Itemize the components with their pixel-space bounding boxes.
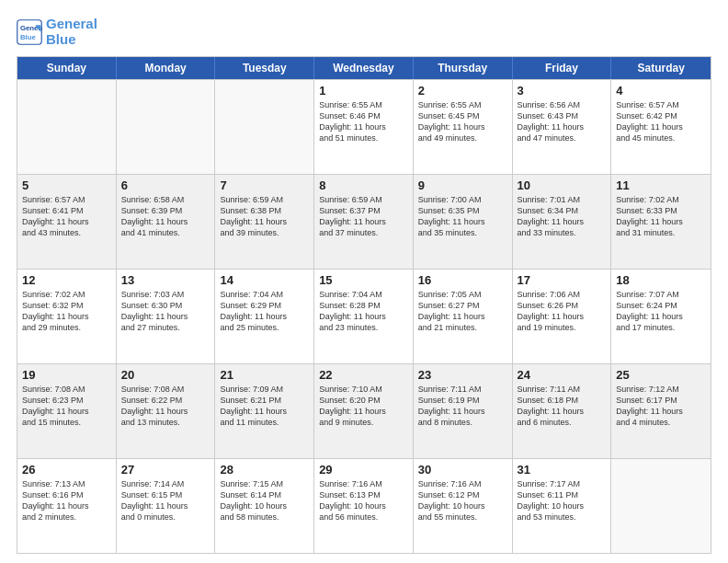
calendar-cell: 11Sunrise: 7:02 AM Sunset: 6:33 PM Dayli… — [611, 175, 711, 269]
cell-info: Sunrise: 7:16 AM Sunset: 6:13 PM Dayligh… — [319, 478, 408, 523]
calendar: SundayMondayTuesdayWednesdayThursdayFrid… — [17, 56, 711, 554]
calendar-cell: 23Sunrise: 7:11 AM Sunset: 6:19 PM Dayli… — [414, 364, 513, 458]
day-number: 16 — [418, 273, 507, 287]
calendar-cell: 10Sunrise: 7:01 AM Sunset: 6:34 PM Dayli… — [513, 175, 612, 269]
cell-info: Sunrise: 6:57 AM Sunset: 6:41 PM Dayligh… — [22, 194, 111, 239]
cell-info: Sunrise: 7:08 AM Sunset: 6:22 PM Dayligh… — [121, 384, 210, 429]
calendar-cell: 12Sunrise: 7:02 AM Sunset: 6:32 PM Dayli… — [17, 270, 117, 363]
calendar-cell: 24Sunrise: 7:11 AM Sunset: 6:18 PM Dayli… — [513, 364, 612, 458]
day-number: 25 — [616, 368, 706, 382]
day-number: 3 — [518, 84, 607, 98]
day-number: 14 — [220, 273, 309, 287]
calendar-row: 1Sunrise: 6:55 AM Sunset: 6:46 PM Daylig… — [17, 79, 711, 174]
cell-info: Sunrise: 7:15 AM Sunset: 6:14 PM Dayligh… — [220, 478, 309, 523]
weekday-header: Wednesday — [314, 57, 414, 79]
cell-info: Sunrise: 7:13 AM Sunset: 6:16 PM Dayligh… — [22, 478, 111, 523]
calendar-cell: 2Sunrise: 6:55 AM Sunset: 6:45 PM Daylig… — [414, 80, 513, 174]
day-number: 29 — [319, 463, 408, 477]
calendar-cell: 3Sunrise: 6:56 AM Sunset: 6:43 PM Daylig… — [513, 80, 612, 174]
calendar-cell: 14Sunrise: 7:04 AM Sunset: 6:29 PM Dayli… — [215, 270, 314, 363]
day-number: 26 — [22, 463, 111, 477]
day-number: 31 — [518, 463, 607, 477]
calendar-cell: 5Sunrise: 6:57 AM Sunset: 6:41 PM Daylig… — [17, 175, 117, 269]
calendar-body: 1Sunrise: 6:55 AM Sunset: 6:46 PM Daylig… — [17, 79, 711, 553]
calendar-cell: 17Sunrise: 7:06 AM Sunset: 6:26 PM Dayli… — [513, 270, 612, 363]
calendar-header: SundayMondayTuesdayWednesdayThursdayFrid… — [17, 57, 711, 79]
day-number: 18 — [616, 273, 706, 287]
cell-info: Sunrise: 7:17 AM Sunset: 6:11 PM Dayligh… — [518, 478, 607, 523]
calendar-row: 5Sunrise: 6:57 AM Sunset: 6:41 PM Daylig… — [17, 174, 711, 269]
cell-info: Sunrise: 6:57 AM Sunset: 6:42 PM Dayligh… — [616, 99, 706, 144]
logo-text: GeneralBlue — [46, 17, 97, 47]
calendar-cell: 21Sunrise: 7:09 AM Sunset: 6:21 PM Dayli… — [215, 364, 314, 458]
cell-info: Sunrise: 6:55 AM Sunset: 6:46 PM Dayligh… — [319, 99, 408, 144]
calendar-cell: 30Sunrise: 7:16 AM Sunset: 6:12 PM Dayli… — [414, 459, 513, 553]
calendar-cell: 6Sunrise: 6:58 AM Sunset: 6:39 PM Daylig… — [117, 175, 216, 269]
weekday-header: Friday — [513, 57, 612, 79]
calendar-cell — [17, 80, 117, 174]
day-number: 19 — [22, 368, 111, 382]
calendar-cell — [215, 80, 314, 174]
day-number: 10 — [518, 178, 607, 192]
weekday-header: Thursday — [414, 57, 513, 79]
cell-info: Sunrise: 7:00 AM Sunset: 6:35 PM Dayligh… — [418, 194, 507, 239]
day-number: 11 — [616, 178, 706, 192]
day-number: 17 — [518, 273, 607, 287]
cell-info: Sunrise: 7:02 AM Sunset: 6:32 PM Dayligh… — [22, 289, 111, 334]
day-number: 7 — [220, 178, 309, 192]
calendar-cell: 29Sunrise: 7:16 AM Sunset: 6:13 PM Dayli… — [314, 459, 414, 553]
calendar-cell: 22Sunrise: 7:10 AM Sunset: 6:20 PM Dayli… — [314, 364, 414, 458]
cell-info: Sunrise: 6:58 AM Sunset: 6:39 PM Dayligh… — [121, 194, 210, 239]
cell-info: Sunrise: 7:07 AM Sunset: 6:24 PM Dayligh… — [616, 289, 706, 334]
cell-info: Sunrise: 6:56 AM Sunset: 6:43 PM Dayligh… — [518, 99, 607, 144]
day-number: 6 — [121, 178, 210, 192]
day-number: 30 — [418, 463, 507, 477]
calendar-cell: 13Sunrise: 7:03 AM Sunset: 6:30 PM Dayli… — [117, 270, 216, 363]
day-number: 8 — [319, 178, 408, 192]
calendar-cell: 31Sunrise: 7:17 AM Sunset: 6:11 PM Dayli… — [513, 459, 612, 553]
day-number: 12 — [22, 273, 111, 287]
cell-info: Sunrise: 7:01 AM Sunset: 6:34 PM Dayligh… — [518, 194, 607, 239]
weekday-header: Sunday — [17, 57, 117, 79]
cell-info: Sunrise: 7:10 AM Sunset: 6:20 PM Dayligh… — [319, 384, 408, 429]
calendar-cell: 8Sunrise: 6:59 AM Sunset: 6:37 PM Daylig… — [314, 175, 414, 269]
calendar-cell: 15Sunrise: 7:04 AM Sunset: 6:28 PM Dayli… — [314, 270, 414, 363]
calendar-cell: 18Sunrise: 7:07 AM Sunset: 6:24 PM Dayli… — [611, 270, 711, 363]
day-number: 20 — [121, 368, 210, 382]
cell-info: Sunrise: 6:59 AM Sunset: 6:37 PM Dayligh… — [319, 194, 408, 239]
calendar-cell: 9Sunrise: 7:00 AM Sunset: 6:35 PM Daylig… — [414, 175, 513, 269]
calendar-cell: 16Sunrise: 7:05 AM Sunset: 6:27 PM Dayli… — [414, 270, 513, 363]
calendar-cell — [117, 80, 216, 174]
cell-info: Sunrise: 7:12 AM Sunset: 6:17 PM Dayligh… — [616, 384, 706, 429]
calendar-cell: 7Sunrise: 6:59 AM Sunset: 6:38 PM Daylig… — [215, 175, 314, 269]
day-number: 1 — [319, 84, 408, 98]
day-number: 13 — [121, 273, 210, 287]
weekday-header: Monday — [117, 57, 216, 79]
calendar-row: 26Sunrise: 7:13 AM Sunset: 6:16 PM Dayli… — [17, 458, 711, 553]
page-header: General Blue GeneralBlue — [17, 17, 711, 47]
calendar-cell: 1Sunrise: 6:55 AM Sunset: 6:46 PM Daylig… — [314, 80, 414, 174]
weekday-header: Tuesday — [215, 57, 314, 79]
cell-info: Sunrise: 6:55 AM Sunset: 6:45 PM Dayligh… — [418, 99, 507, 144]
calendar-cell: 20Sunrise: 7:08 AM Sunset: 6:22 PM Dayli… — [117, 364, 216, 458]
calendar-cell: 27Sunrise: 7:14 AM Sunset: 6:15 PM Dayli… — [117, 459, 216, 553]
day-number: 23 — [418, 368, 507, 382]
day-number: 27 — [121, 463, 210, 477]
calendar-cell: 4Sunrise: 6:57 AM Sunset: 6:42 PM Daylig… — [611, 80, 711, 174]
cell-info: Sunrise: 7:11 AM Sunset: 6:18 PM Dayligh… — [518, 384, 607, 429]
cell-info: Sunrise: 7:04 AM Sunset: 6:29 PM Dayligh… — [220, 289, 309, 334]
calendar-cell: 28Sunrise: 7:15 AM Sunset: 6:14 PM Dayli… — [215, 459, 314, 553]
cell-info: Sunrise: 7:02 AM Sunset: 6:33 PM Dayligh… — [616, 194, 706, 239]
logo: General Blue GeneralBlue — [17, 17, 97, 47]
day-number: 24 — [518, 368, 607, 382]
calendar-cell: 19Sunrise: 7:08 AM Sunset: 6:23 PM Dayli… — [17, 364, 117, 458]
cell-info: Sunrise: 7:14 AM Sunset: 6:15 PM Dayligh… — [121, 478, 210, 523]
day-number: 9 — [418, 178, 507, 192]
cell-info: Sunrise: 7:04 AM Sunset: 6:28 PM Dayligh… — [319, 289, 408, 334]
calendar-cell — [611, 459, 711, 553]
cell-info: Sunrise: 7:06 AM Sunset: 6:26 PM Dayligh… — [518, 289, 607, 334]
day-number: 2 — [418, 84, 507, 98]
cell-info: Sunrise: 7:03 AM Sunset: 6:30 PM Dayligh… — [121, 289, 210, 334]
cell-info: Sunrise: 7:05 AM Sunset: 6:27 PM Dayligh… — [418, 289, 507, 334]
day-number: 5 — [22, 178, 111, 192]
